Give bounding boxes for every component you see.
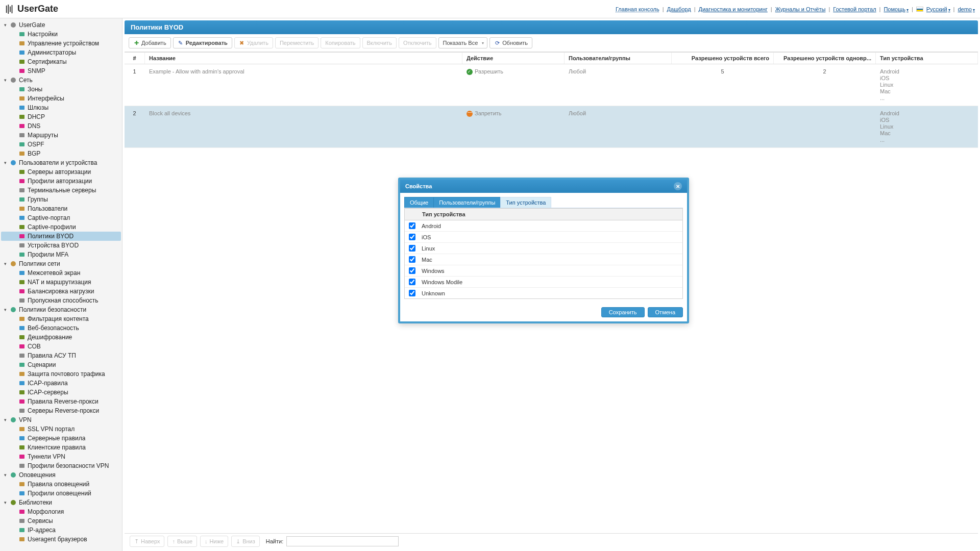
- device-type-row[interactable]: Linux: [405, 243, 682, 254]
- tree-item-icap-rules[interactable]: ICAP-правила: [1, 379, 121, 388]
- delete-button[interactable]: ✖Удалить: [234, 37, 273, 48]
- chevron-down-icon[interactable]: ▾: [3, 500, 8, 505]
- device-type-checkbox[interactable]: [409, 222, 415, 229]
- chevron-down-icon[interactable]: ▾: [3, 262, 8, 266]
- tree-item-byod-policies[interactable]: Политики BYOD: [1, 232, 121, 241]
- sidebar[interactable]: ▾UserGateНастройкиУправление устройством…: [0, 18, 122, 551]
- tab-device-type[interactable]: Тип устройства: [500, 197, 551, 208]
- nav-guest-portal[interactable]: Гостевой портал: [833, 6, 876, 12]
- tree-item-server-rules[interactable]: Серверные правила: [1, 434, 121, 443]
- tree-item-snmp[interactable]: SNMP: [1, 66, 121, 76]
- tree-item-morphology[interactable]: Морфология: [1, 507, 121, 516]
- tree-item-web-security[interactable]: Веб-безопасность: [1, 323, 121, 333]
- tree-group-network-policies[interactable]: ▾Политики сети: [1, 259, 121, 268]
- tree-item-reverse-proxy-rules[interactable]: Правила Reverse-прокси: [1, 397, 121, 406]
- device-type-checkbox[interactable]: [409, 290, 415, 296]
- save-button[interactable]: Сохранить: [601, 307, 645, 317]
- nav-logs-reports[interactable]: Журналы и Отчёты: [775, 6, 826, 12]
- tree-item-sob[interactable]: СОВ: [1, 342, 121, 351]
- copy-button[interactable]: Копировать: [321, 37, 360, 48]
- device-type-checkbox[interactable]: [409, 279, 415, 285]
- tree-item-content-filter[interactable]: Фильтрация контента: [1, 314, 121, 323]
- device-type-row[interactable]: Unknown: [405, 288, 682, 298]
- tree-item-mfa-profiles[interactable]: Профили MFA: [1, 250, 121, 259]
- nav-user[interactable]: demo▾: [958, 6, 975, 12]
- tree-item-captive-portal[interactable]: Captive-портал: [1, 213, 121, 222]
- cancel-button[interactable]: Отмена: [648, 307, 683, 317]
- add-button[interactable]: ✚Добавить: [129, 37, 171, 48]
- nav-language[interactable]: Русский▾: [926, 6, 950, 12]
- chevron-down-icon[interactable]: ▾: [3, 418, 8, 422]
- chevron-down-icon[interactable]: ▾: [3, 161, 8, 165]
- device-type-checkbox[interactable]: [409, 234, 415, 240]
- device-type-row[interactable]: Mac: [405, 254, 682, 265]
- col-allowed-one[interactable]: Разрешено устройств одновр...: [774, 53, 876, 64]
- tree-group-vpn[interactable]: ▾VPN: [1, 415, 121, 424]
- tree-item-ip-addresses[interactable]: IP-адреса: [1, 525, 121, 535]
- device-type-header[interactable]: Тип устройства: [422, 211, 465, 217]
- tree-item-useragent[interactable]: Useragent браузеров: [1, 535, 121, 544]
- tree-item-alert-profiles[interactable]: Профили оповещений: [1, 489, 121, 498]
- tree-group-security-policies[interactable]: ▾Политики безопасности: [1, 305, 121, 314]
- tree-item-zones[interactable]: Зоны: [1, 85, 121, 94]
- tree-group-network[interactable]: ▾Сеть: [1, 76, 121, 85]
- tree-item-device-mgmt[interactable]: Управление устройством: [1, 39, 121, 48]
- enable-button[interactable]: Включить: [362, 37, 397, 48]
- device-type-row[interactable]: iOS: [405, 232, 682, 243]
- tree-item-users[interactable]: Пользователи: [1, 204, 121, 213]
- col-users[interactable]: Пользователи/группы: [565, 53, 672, 64]
- tree-item-ssl-vpn-portal[interactable]: SSL VPN портал: [1, 424, 121, 434]
- tree-item-reverse-proxy-servers[interactable]: Серверы Reverse-прокси: [1, 406, 121, 415]
- tree-item-interfaces[interactable]: Интерфейсы: [1, 94, 121, 103]
- move-bottom-button[interactable]: ⤓Вниз: [231, 536, 260, 547]
- device-type-checkbox[interactable]: [409, 256, 415, 263]
- tree-group-alerts[interactable]: ▾Оповещения: [1, 470, 121, 480]
- tree-item-settings[interactable]: Настройки: [1, 30, 121, 39]
- tree-item-vpn-tunnels[interactable]: Туннели VPN: [1, 452, 121, 461]
- tree-item-ospf[interactable]: OSPF: [1, 140, 121, 149]
- tree-item-ssl-inspection[interactable]: Дешифрование: [1, 333, 121, 342]
- move-down-button[interactable]: ↓Ниже: [200, 536, 228, 547]
- device-type-checkbox[interactable]: [409, 267, 415, 274]
- nav-diagnostics[interactable]: Диагностика и мониторинг: [699, 6, 768, 12]
- nav-dashboard[interactable]: Дашборд: [667, 6, 691, 12]
- tree-item-mail-security[interactable]: Защита почтового трафика: [1, 369, 121, 379]
- tree-item-admins[interactable]: Администраторы: [1, 48, 121, 57]
- move-top-button[interactable]: ⤒Наверх: [130, 536, 164, 547]
- nav-help[interactable]: Помощь▾: [884, 6, 909, 12]
- refresh-button[interactable]: ⟳Обновить: [489, 37, 532, 48]
- tree-item-load-balance[interactable]: Балансировка нагрузки: [1, 287, 121, 296]
- tree-item-services[interactable]: Сервисы: [1, 516, 121, 525]
- move-up-button[interactable]: ↑Выше: [167, 536, 197, 547]
- chevron-down-icon[interactable]: ▾: [3, 78, 8, 83]
- tree-group-libraries[interactable]: ▾Библиотеки: [1, 498, 121, 507]
- tree-item-icap-servers[interactable]: ICAP-серверы: [1, 388, 121, 397]
- edit-button[interactable]: ✎Редактировать: [173, 37, 232, 48]
- tree-item-nat[interactable]: NAT и маршрутизация: [1, 278, 121, 287]
- show-all-select[interactable]: Показать Все: [438, 37, 488, 48]
- tree-item-auth-profiles[interactable]: Профили авторизации: [1, 177, 121, 186]
- tree-item-gateways[interactable]: Шлюзы: [1, 103, 121, 112]
- search-input[interactable]: [286, 536, 399, 546]
- tree-item-client-rules[interactable]: Клиентские правила: [1, 443, 121, 452]
- col-allowed-total[interactable]: Разрешено устройств всего: [672, 53, 774, 64]
- tree-item-routes[interactable]: Маршруты: [1, 131, 121, 140]
- tree-item-bandwidth[interactable]: Пропускная способность: [1, 296, 121, 305]
- tree-item-firewall[interactable]: Межсетевой экран: [1, 268, 121, 278]
- tree-item-dhcp[interactable]: DHCP: [1, 112, 121, 121]
- chevron-down-icon[interactable]: ▾: [3, 473, 8, 478]
- tree-item-bgp[interactable]: BGP: [1, 149, 121, 158]
- tree-item-byod-devices[interactable]: Устройства BYOD: [1, 241, 121, 250]
- tree-item-alert-rules[interactable]: Правила оповещений: [1, 480, 121, 489]
- tree-item-certs[interactable]: Сертификаты: [1, 57, 121, 66]
- chevron-down-icon[interactable]: ▾: [3, 23, 8, 28]
- device-type-row[interactable]: Windows: [405, 265, 682, 277]
- tree-item-vpn-security-profiles[interactable]: Профили безопасности VPN: [1, 461, 121, 470]
- chevron-down-icon[interactable]: ▾: [3, 308, 8, 312]
- tab-general[interactable]: Общие: [404, 197, 434, 208]
- disable-button[interactable]: Отключить: [399, 37, 436, 48]
- nav-main-console[interactable]: Главная консоль: [616, 6, 659, 12]
- device-type-row[interactable]: Android: [405, 220, 682, 232]
- tab-users-groups[interactable]: Пользователи/группы: [433, 197, 501, 208]
- tree-item-groups[interactable]: Группы: [1, 195, 121, 204]
